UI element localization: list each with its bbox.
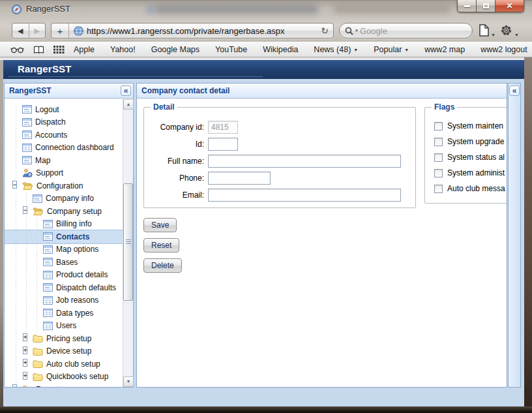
tree-item-label: Accounts	[35, 130, 67, 140]
bookmark-google-maps[interactable]: Google Maps	[151, 45, 200, 54]
scroll-up-button[interactable]: ▲	[123, 99, 134, 110]
tree-item-accounts[interactable]: Accounts	[5, 129, 123, 142]
sidebar-panel: RangerSST « LogoutDispatchAccountsConnec…	[4, 83, 134, 388]
bookmark-youtube[interactable]: YouTube	[215, 45, 247, 54]
tree-item-label: Product details	[56, 270, 108, 279]
id-field[interactable]	[208, 138, 238, 151]
search-input[interactable]	[360, 24, 475, 37]
tree-item-bases[interactable]: Bases	[5, 256, 123, 269]
tree-item-billing-info[interactable]: Billing info	[5, 218, 123, 231]
tree-item-label: Contacts	[56, 232, 89, 241]
tree-item-contacts[interactable]: Contacts	[5, 230, 123, 243]
top-sites-grid-icon[interactable]	[53, 46, 65, 54]
east-collapsed-panel[interactable]: «	[508, 83, 521, 388]
page-menu-button[interactable]: ▼	[479, 24, 495, 39]
tree-expander-minus-icon[interactable]: −	[23, 206, 27, 214]
close-button[interactable]: ✕	[495, 0, 524, 12]
tree-guide-line	[32, 269, 42, 282]
tree-item-product-details[interactable]: Product details	[5, 269, 123, 282]
tree-item-dispatch-defaults[interactable]: Dispatch defaults	[5, 281, 123, 294]
bookmark-wikipedia[interactable]: Wikipedia	[263, 45, 298, 54]
bookmark-news-folder[interactable]: News (48)▼	[314, 45, 358, 54]
tree-expander-plus-icon[interactable]: +	[23, 333, 27, 341]
tree-item-map[interactable]: Map	[5, 154, 123, 167]
tree-item-data-types[interactable]: Data types	[5, 307, 123, 320]
add-tab-button[interactable]: +	[52, 23, 69, 38]
tree-item-job-reasons[interactable]: Job reasons	[5, 294, 123, 307]
form-icon	[43, 232, 53, 241]
scroll-down-button[interactable]: ▼	[123, 376, 134, 387]
tree-item-quickbooks-setup[interactable]: +Quickbooks setup	[5, 371, 123, 384]
save-button[interactable]: Save	[143, 218, 177, 232]
tree-expander-minus-icon[interactable]: −	[12, 181, 17, 189]
tree-item-company-info[interactable]: Company info	[5, 192, 123, 206]
tree-guide-line	[11, 345, 22, 358]
tree-guide-line	[11, 307, 22, 320]
folder-closed-icon	[33, 347, 43, 356]
tree-item-pricing-setup[interactable]: +Pricing setup	[5, 332, 123, 345]
url-input[interactable]	[87, 24, 316, 37]
system-upgrade-checkbox[interactable]	[434, 138, 443, 146]
auto-club-checkbox[interactable]	[434, 185, 443, 193]
tree-item-company-setup[interactable]: −Company setup	[5, 205, 123, 218]
tree-expander-plus-icon[interactable]: +	[23, 346, 27, 354]
full-name-field[interactable]	[208, 155, 401, 168]
tree-item-label: Bases	[56, 258, 78, 267]
reading-list-glasses-icon[interactable]	[10, 46, 24, 54]
settings-menu-button[interactable]: ▼	[500, 24, 519, 39]
tree-item-auto-club-setup[interactable]: +Auto club setup	[5, 358, 123, 371]
system-maintenance-checkbox[interactable]	[434, 122, 443, 130]
tree-item-logout[interactable]: Logout	[5, 103, 123, 116]
tree-item-connection-dashboard[interactable]: Connection dashboard	[5, 142, 123, 155]
tree-guide-line	[11, 243, 22, 256]
minimize-button[interactable]	[457, 0, 476, 12]
company-id-field	[208, 121, 238, 134]
forward-button[interactable]: ▶	[29, 23, 46, 38]
sidebar-collapse-button[interactable]: «	[121, 85, 131, 96]
system-status-checkbox[interactable]	[434, 153, 443, 162]
bookmarks-bar: Apple Yahoo! Google Maps YouTube Wikiped…	[0, 42, 532, 57]
tree-expander-plus-icon[interactable]: +	[12, 384, 17, 387]
east-expand-button[interactable]: «	[509, 85, 520, 96]
tree-item-users[interactable]: Users	[5, 320, 123, 333]
bookmark-www2-logout[interactable]: www2 logout	[480, 45, 527, 54]
titlebar[interactable]: RangerSST ✕	[0, 0, 532, 18]
system-admin-checkbox[interactable]	[434, 169, 443, 177]
form-icon	[43, 220, 53, 228]
bookmark-yahoo[interactable]: Yahoo!	[110, 45, 136, 54]
detail-fieldset: Detail Company id: Id: Full name:	[143, 107, 416, 208]
phone-field[interactable]	[208, 172, 271, 185]
id-label: Id:	[144, 140, 208, 149]
search-icon[interactable]: ▼	[345, 27, 359, 35]
tree-item-device-setup[interactable]: +Device setup	[5, 345, 123, 358]
tree-item-map-options[interactable]: Map options	[5, 243, 123, 256]
tree-expander-plus-icon[interactable]: +	[23, 372, 27, 380]
tree-item-dispatch[interactable]: Dispatch	[5, 116, 123, 129]
forward-icon: ▶	[35, 27, 40, 35]
form-icon	[22, 130, 32, 139]
support-person-icon: ?	[22, 168, 33, 177]
tree-expander-plus-icon[interactable]: +	[23, 359, 27, 367]
tree-item-label: Billing info	[56, 219, 92, 228]
scrollbar-thumb[interactable]	[123, 183, 133, 301]
tree-guide-line	[22, 243, 32, 256]
tree-item-configuration[interactable]: −Configuration	[5, 179, 123, 192]
form-icon	[43, 245, 53, 254]
chevron-down-icon: ▼	[404, 48, 409, 52]
bookmarks-book-icon[interactable]	[33, 46, 44, 54]
email-field[interactable]	[208, 189, 401, 202]
chevron-double-left-icon: «	[124, 86, 128, 95]
bookmark-popular-folder[interactable]: Popular▼	[374, 45, 409, 54]
tree-item-reports[interactable]: +Reports	[5, 383, 123, 387]
sidebar-scrollbar[interactable]: ▲ ▼	[123, 99, 133, 387]
bookmark-apple[interactable]: Apple	[74, 45, 95, 54]
back-button[interactable]: ◀	[12, 23, 29, 38]
maximize-button[interactable]	[476, 0, 495, 12]
tree-item-support[interactable]: ?Support	[5, 167, 123, 180]
bookmark-www2-map[interactable]: www2 map	[424, 45, 465, 54]
svg-text:?: ?	[29, 174, 31, 177]
reload-icon[interactable]: ↻	[316, 25, 333, 36]
settings-menu-arrow-icon: ▼	[514, 33, 519, 39]
reset-button[interactable]: Reset	[143, 238, 179, 252]
delete-button[interactable]: Delete	[143, 258, 182, 273]
